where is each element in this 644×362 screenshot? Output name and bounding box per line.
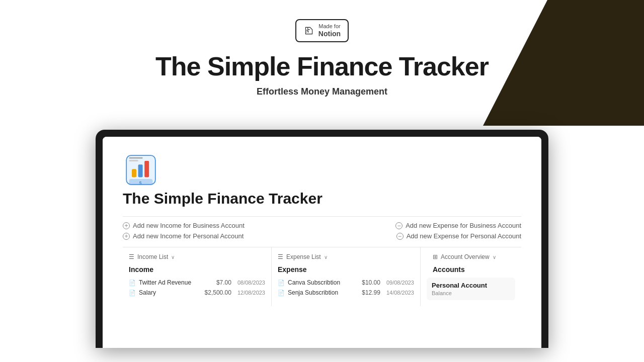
- income-list-icon: ☰: [129, 253, 134, 260]
- expense-row-2-date: 14/08/2023: [386, 290, 414, 296]
- plus-icon: +: [123, 222, 130, 229]
- accounts-overview-icon: ⊞: [433, 253, 438, 260]
- svg-rect-3: [132, 169, 136, 177]
- svg-text:N: N: [306, 29, 309, 34]
- expense-row-1-date: 09/08/2023: [386, 280, 414, 286]
- action-row-2: + Add new Income for Personal Account − …: [123, 232, 521, 240]
- minus-icon-personal: −: [396, 233, 404, 240]
- add-income-business-btn[interactable]: + Add new Income for Business Account: [123, 222, 245, 229]
- expense-list-icon: ☰: [278, 253, 283, 260]
- add-income-personal-label: Add new Income for Personal Account: [133, 232, 244, 240]
- income-row-2-amount: $2,500.00: [205, 289, 231, 296]
- accounts-overview-label: Account Overview: [441, 253, 490, 260]
- expense-row-1-amount: $10.00: [362, 279, 380, 286]
- laptop-screen: $ The Simple Finance Tracker + Add new I…: [103, 137, 541, 348]
- svg-rect-8: [129, 157, 143, 159]
- svg-text:$: $: [139, 180, 141, 186]
- expense-list-label: Expense List: [286, 253, 321, 260]
- expense-table-header: ☰ Expense List ∨: [272, 253, 420, 260]
- add-expense-personal-label: Add new Expense for Personal Account: [407, 232, 521, 240]
- row-doc-icon-2: 📄: [129, 290, 136, 296]
- table-row: 📄 Salary $2,500.00 12/08/2023: [123, 288, 271, 298]
- accounts-col-title: Accounts: [427, 265, 515, 274]
- income-col-title: Income: [123, 265, 271, 274]
- svg-rect-4: [138, 164, 143, 177]
- page-title: The Simple Finance Tracker: [123, 190, 521, 207]
- expense-row-2-name: Senja Subscribtion: [288, 289, 359, 296]
- income-row-1-amount: $7.00: [216, 279, 231, 286]
- income-list-label: Income List: [137, 253, 168, 260]
- finance-icon: $: [123, 152, 159, 188]
- income-row-2-date: 12/08/2023: [237, 290, 265, 296]
- notion-page: $ The Simple Finance Tracker + Add new I…: [103, 137, 541, 316]
- row-exp-doc-icon-2: 📄: [278, 290, 285, 296]
- row-exp-doc-icon-1: 📄: [278, 280, 285, 286]
- laptop-mockup: $ The Simple Finance Tracker + Add new I…: [96, 130, 548, 348]
- svg-rect-9: [129, 160, 138, 161]
- notion-badge: N Made for Notion: [295, 19, 349, 42]
- accounts-section: ⊞ Account Overview ∨ Accounts Personal A…: [421, 247, 521, 306]
- action-rows: + Add new Income for Business Account − …: [123, 216, 521, 240]
- action-row-1: + Add new Income for Business Account − …: [123, 222, 521, 229]
- table-row: 📄 Canva Subscribtion $10.00 09/08/2023: [272, 278, 420, 288]
- expense-col-title: Expense: [272, 265, 420, 274]
- svg-rect-5: [144, 161, 149, 177]
- expense-chevron-icon: ∨: [324, 254, 328, 260]
- expense-row-1-name: Canva Subscribtion: [288, 279, 359, 286]
- table-row: 📄 Senja Subscribtion $12.99 14/08/2023: [272, 288, 420, 298]
- expense-section: ☰ Expense List ∨ Expense 📄 Canva Subscri…: [272, 247, 421, 306]
- badge-text: Made for Notion: [318, 23, 341, 38]
- add-income-personal-btn[interactable]: + Add new Income for Personal Account: [123, 232, 244, 240]
- add-expense-personal-btn[interactable]: − Add new Expense for Personal Account: [396, 232, 521, 240]
- add-income-business-label: Add new Income for Business Account: [133, 222, 245, 229]
- table-row: 📄 Twitter Ad Revenue $7.00 08/08/2023: [123, 278, 271, 288]
- add-expense-business-btn[interactable]: − Add new Expense for Business Account: [395, 222, 521, 229]
- tables-row: ☰ Income List ∨ Income 📄 Twitter Ad Reve…: [123, 247, 521, 306]
- plus-icon-personal: +: [123, 233, 130, 240]
- income-row-1-name: Twitter Ad Revenue: [139, 279, 213, 286]
- notion-logo-icon: N: [303, 25, 314, 36]
- income-row-1-date: 08/08/2023: [237, 280, 265, 286]
- personal-account-card: Personal Account Balance: [427, 278, 515, 300]
- minus-icon-business: −: [395, 222, 403, 229]
- income-chevron-icon: ∨: [171, 254, 175, 260]
- main-title: The Simple Finance Tracker: [0, 51, 644, 81]
- income-table-header: ☰ Income List ∨: [123, 253, 271, 260]
- income-row-2-name: Salary: [139, 289, 202, 296]
- header-section: N Made for Notion The Simple Finance Tra…: [0, 0, 644, 97]
- income-section: ☰ Income List ∨ Income 📄 Twitter Ad Reve…: [123, 247, 272, 306]
- add-expense-business-label: Add new Expense for Business Account: [406, 222, 521, 229]
- expense-row-2-amount: $12.99: [362, 289, 380, 296]
- subtitle: Effortless Money Management: [0, 86, 644, 97]
- accounts-table-header: ⊞ Account Overview ∨: [427, 253, 515, 260]
- account-name: Personal Account: [432, 282, 510, 289]
- row-doc-icon-1: 📄: [129, 280, 136, 286]
- balance-label: Balance: [432, 290, 510, 296]
- laptop-outer: $ The Simple Finance Tracker + Add new I…: [96, 130, 548, 348]
- accounts-chevron-icon: ∨: [493, 254, 496, 260]
